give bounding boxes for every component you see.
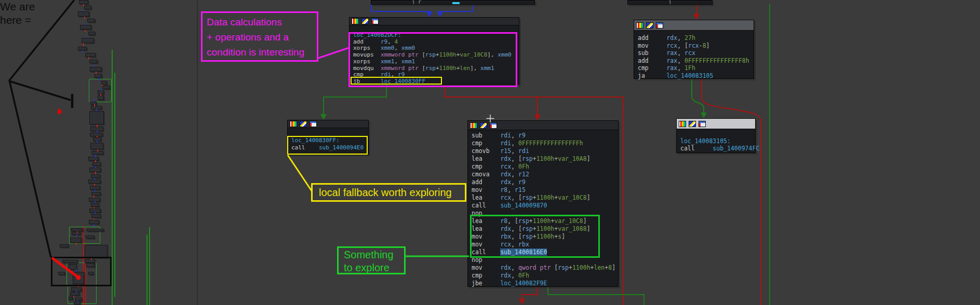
palette-icon[interactable]: [352, 18, 359, 24]
overview-node[interactable]: [87, 19, 95, 22]
overview-edge-stub: [97, 131, 98, 133]
overview-edge-stub: [95, 172, 96, 174]
palette-icon[interactable]: [290, 121, 297, 127]
overview-node[interactable]: [87, 229, 104, 231]
palette-icon[interactable]: [679, 121, 686, 127]
overview-edge-stub: [76, 291, 77, 293]
overview-node[interactable]: [91, 203, 99, 207]
overview-edge-stub: [93, 100, 95, 102]
overview-node[interactable]: [88, 32, 95, 35]
layout-icon[interactable]: [490, 122, 497, 129]
overview-node[interactable]: [70, 238, 82, 243]
overview-node[interactable]: [90, 186, 100, 190]
overview-edge-stub: [95, 166, 96, 168]
overview-edge-stub: [93, 196, 95, 198]
overview-edge-stub: [95, 160, 96, 162]
block-code[interactable]: add rdx, 27hmov rcx, [rcx-8]sub rax, rcx…: [638, 34, 753, 79]
layout-icon[interactable]: [310, 121, 317, 127]
layout-icon[interactable]: [699, 121, 706, 127]
overview-node[interactable]: [92, 162, 101, 166]
overview-node[interactable]: [101, 81, 107, 85]
layout-icon[interactable]: [656, 22, 663, 29]
block-header: [677, 119, 755, 129]
overview-node[interactable]: [85, 245, 108, 258]
palette-icon[interactable]: [470, 122, 477, 129]
overview-node[interactable]: [75, 298, 82, 301]
overview-node[interactable]: [80, 25, 91, 30]
overview-edge-stub: [102, 85, 103, 86]
overview-edge-stub: [94, 184, 95, 186]
overview-node[interactable]: [91, 214, 101, 218]
overview-edge-stub: [95, 190, 96, 192]
edit-icon[interactable]: [300, 121, 307, 127]
partial-block-top-center[interactable]: j r: [371, 0, 535, 5]
overview-edge-stub: [88, 57, 89, 59]
palette-icon[interactable]: [636, 22, 643, 29]
overview-node[interactable]: [88, 157, 99, 161]
overview-edge-stub: [95, 155, 96, 157]
annotation-data-calculations: Data calculations+ operations and acondi…: [201, 11, 318, 62]
overview-node[interactable]: [82, 38, 94, 43]
overview-edge-stub: [84, 17, 85, 19]
overview-node[interactable]: [95, 74, 102, 78]
block-header: [350, 18, 519, 25]
graph-overview-pane[interactable]: [0, 0, 197, 305]
overview-node[interactable]: [84, 6, 91, 9]
annotation-local-fallback: local fallback worth exploring: [311, 183, 466, 202]
edit-icon[interactable]: [480, 122, 487, 129]
overview-edge-stub: [97, 136, 98, 137]
overview-node[interactable]: [79, 0, 88, 4]
overview-edge-stub: [97, 124, 98, 127]
red-marker: [58, 109, 61, 114]
overview-edge-stub: [93, 65, 95, 67]
overview-edge-line: [112, 50, 113, 305]
overview-node[interactable]: [88, 179, 101, 184]
basic-block-loc_140083105[interactable]: loc_140083105:call sub_1400974FC: [676, 118, 756, 153]
overview-edge-stub: [84, 23, 85, 25]
overview-edge-stub: [94, 104, 95, 106]
overview-node[interactable]: [89, 220, 99, 224]
overview-edge-stub: [93, 224, 95, 227]
overview-node[interactable]: [90, 143, 103, 149]
overview-node[interactable]: [90, 67, 102, 72]
overview-node[interactable]: [86, 235, 95, 239]
annotation-something-to-explore: Somethingto explore: [337, 246, 406, 274]
overview-node[interactable]: [90, 102, 97, 105]
edit-icon[interactable]: [689, 121, 696, 127]
overview-node[interactable]: [60, 244, 69, 247]
overview-node[interactable]: [102, 86, 110, 89]
block-header: [468, 121, 618, 130]
overview-edge-stub: [97, 149, 98, 151]
overview-edge-stub: [96, 109, 97, 111]
block-header: [634, 20, 754, 31]
overview-node[interactable]: [98, 95, 104, 100]
overview-node[interactable]: [85, 53, 96, 57]
block-header: [288, 120, 368, 128]
overview-node[interactable]: [91, 174, 100, 178]
overview-node[interactable]: [91, 192, 101, 196]
overview-node[interactable]: [89, 111, 104, 124]
overview-node[interactable]: [69, 297, 73, 300]
overview-edge-stub: [82, 50, 83, 52]
edit-icon[interactable]: [646, 22, 653, 29]
overview-edge-stub: [83, 43, 84, 46]
overview-node[interactable]: [78, 11, 89, 17]
overview-node[interactable]: [91, 151, 103, 155]
partial-block-top-right[interactable]: j: [627, 0, 713, 5]
overview-viewport-box[interactable]: [51, 257, 112, 286]
block-code[interactable]: loc_140083105:call sub_1400974FC: [680, 137, 754, 152]
block-code[interactable]: sub rdi, r9cmp rdi, 0FFFFFFFFFFFFFFFFhcm…: [472, 132, 617, 287]
basic-block-center[interactable]: sub rdi, r9cmp rdi, 0FFFFFFFFFFFFFFFFhcm…: [467, 120, 619, 287]
overview-node[interactable]: [89, 60, 98, 63]
overview-edge-line: [146, 234, 147, 305]
overview-node[interactable]: [78, 47, 87, 50]
ida-graph-view: j r j loc_140082DCF:add r9, 4xorps xmm0,…: [0, 0, 980, 305]
overview-edge-stub: [85, 30, 86, 32]
edit-icon[interactable]: [361, 18, 369, 24]
overview-node[interactable]: [70, 292, 79, 296]
pane-divider[interactable]: [197, 0, 198, 305]
overview-edge-line: [149, 227, 150, 305]
layout-icon[interactable]: [371, 18, 379, 24]
basic-block-right-compare[interactable]: add rdx, 27hmov rcx, [rcx-8]sub rax, rcx…: [634, 20, 754, 79]
overview-edge-stub: [93, 218, 95, 220]
